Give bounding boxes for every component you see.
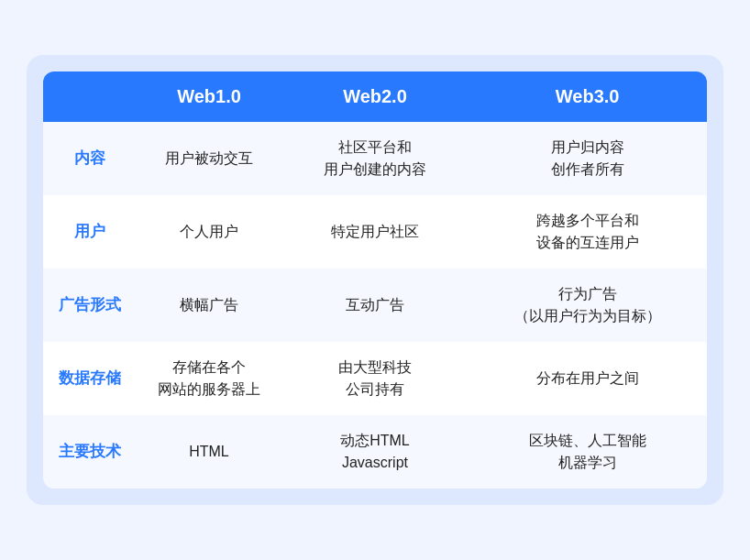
- row-web1: 用户被动交互: [136, 122, 281, 195]
- table-row: 广告形式横幅广告互动广告行为广告（以用户行为为目标）: [43, 269, 707, 342]
- row-web1: 横幅广告: [136, 269, 281, 342]
- table-row: 主要技术HTML动态HTMLJavascript区块链、人工智能机器学习: [43, 415, 707, 489]
- table-row: 用户个人用户特定用户社区跨越多个平台和设备的互连用户: [43, 195, 707, 269]
- header-label: [43, 71, 136, 122]
- header-web2: Web2.0: [282, 71, 469, 122]
- row-web2: 社区平台和用户创建的内容: [282, 122, 469, 195]
- row-web3: 行为广告（以用户行为为目标）: [468, 269, 707, 342]
- header-web1: Web1.0: [136, 71, 281, 122]
- row-web2: 由大型科技公司持有: [282, 342, 469, 415]
- row-label: 广告形式: [43, 269, 136, 342]
- row-web2: 互动广告: [282, 269, 469, 342]
- row-web1: 个人用户: [136, 195, 281, 269]
- row-web2: 动态HTMLJavascript: [282, 415, 469, 489]
- row-web1: 存储在各个网站的服务器上: [136, 342, 281, 415]
- row-web3: 区块链、人工智能机器学习: [468, 415, 707, 489]
- row-label: 数据存储: [43, 342, 136, 415]
- row-web3: 跨越多个平台和设备的互连用户: [468, 195, 707, 269]
- header-web3: Web3.0: [468, 71, 707, 122]
- row-label: 内容: [43, 122, 136, 195]
- main-container: Web1.0 Web2.0 Web3.0 内容用户被动交互社区平台和用户创建的内…: [27, 55, 723, 505]
- row-label: 主要技术: [43, 415, 136, 489]
- row-web3: 分布在用户之间: [468, 342, 707, 415]
- row-web3: 用户归内容创作者所有: [468, 122, 707, 195]
- comparison-table: Web1.0 Web2.0 Web3.0 内容用户被动交互社区平台和用户创建的内…: [43, 71, 707, 489]
- row-label: 用户: [43, 195, 136, 269]
- table-row: 内容用户被动交互社区平台和用户创建的内容用户归内容创作者所有: [43, 122, 707, 195]
- row-web2: 特定用户社区: [282, 195, 469, 269]
- table-row: 数据存储存储在各个网站的服务器上由大型科技公司持有分布在用户之间: [43, 342, 707, 415]
- row-web1: HTML: [136, 415, 281, 489]
